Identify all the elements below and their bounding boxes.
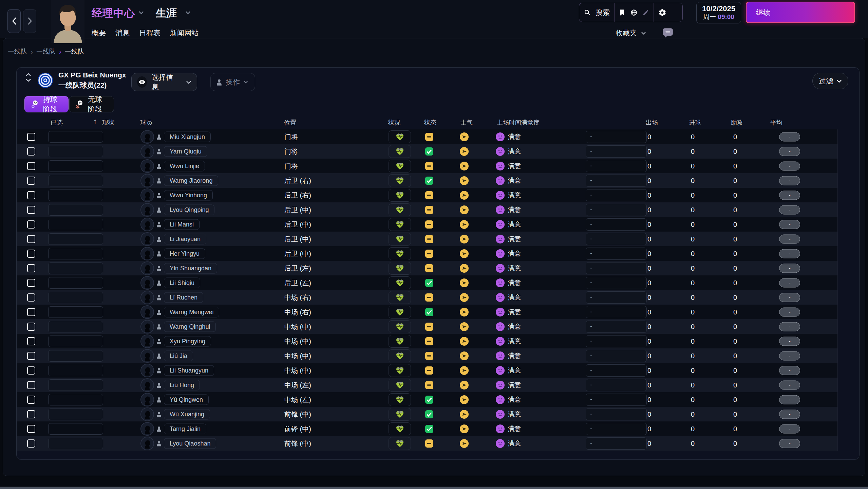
minutes-box[interactable]: - [586, 262, 647, 274]
table-row[interactable]: Warng Jiaorong 后卫 (右) 满意 [17, 173, 837, 188]
minutes-box[interactable]: - [586, 394, 647, 406]
sort-ascending-icon[interactable]: ↑ [93, 117, 97, 125]
column-header-condition[interactable]: 状况 [388, 119, 400, 127]
actions-dropdown[interactable]: 操作 [210, 73, 255, 91]
row-checkbox[interactable] [27, 206, 35, 214]
minutes-box[interactable]: - [586, 423, 647, 435]
table-row[interactable]: Wwu Yinhong 后卫 (右) 满意 - [17, 188, 837, 202]
minutes-box[interactable]: - [586, 204, 647, 216]
minutes-box[interactable]: - [586, 379, 647, 391]
player-name-chip[interactable]: Lyou Qingping [164, 204, 214, 215]
table-row[interactable]: Warng Qinghui 中场 (中) 满意 [17, 319, 837, 334]
bookmark-icon[interactable] [619, 9, 625, 16]
subnav-item[interactable]: 消息 [115, 28, 130, 38]
player-name-chip[interactable]: Warng Mengwei [164, 307, 219, 317]
player-name-chip[interactable]: Warng Qinghui [164, 321, 216, 332]
column-header-morale[interactable]: 士气 [460, 119, 473, 127]
column-header-state[interactable]: 状态 [424, 119, 436, 127]
minutes-box[interactable]: - [586, 291, 647, 304]
table-row[interactable]: Lǐ Jiaoyuan 后卫 (中) 满意 - [17, 232, 837, 246]
minutes-box[interactable]: - [586, 277, 647, 289]
minutes-box[interactable]: - [586, 306, 647, 318]
column-header-player[interactable]: 球员 [140, 119, 152, 127]
back-button[interactable] [7, 9, 21, 33]
player-name-chip[interactable]: Lii Shuangyun [164, 365, 214, 376]
table-row[interactable]: Yarn Qiuqiu 门将 满意 - [17, 144, 837, 159]
minutes-box[interactable]: - [586, 248, 647, 260]
menu-career[interactable]: 生涯 [156, 6, 177, 20]
minutes-box[interactable]: - [586, 145, 647, 158]
player-name-chip[interactable]: Lí Ruchen [164, 292, 203, 303]
column-header-satisfaction[interactable]: 上场时间满意度 [497, 119, 540, 127]
table-row[interactable]: Warng Mengwei 中场 (右) 满意 [17, 305, 837, 319]
table-row[interactable]: Lii Shiqiu 后卫 (左) 满意 - [17, 275, 837, 290]
horizontal-scrollbar[interactable] [0, 487, 868, 489]
subnav-item[interactable]: 日程表 [139, 28, 161, 38]
row-checkbox[interactable] [27, 147, 35, 156]
row-checkbox[interactable] [27, 337, 35, 345]
column-header-position[interactable]: 位置 [284, 119, 296, 127]
row-checkbox[interactable] [27, 425, 35, 433]
table-row[interactable]: Lii Shuangyun 中场 (中) 满意 [17, 363, 837, 378]
minutes-box[interactable]: - [586, 350, 647, 362]
table-row[interactable]: Lyou Qingping 后卫 (中) 满意 [17, 202, 837, 217]
player-name-chip[interactable]: Miu Xiangjun [164, 131, 211, 142]
column-header-average[interactable]: 平均 [770, 119, 782, 127]
row-checkbox[interactable] [27, 177, 35, 185]
menu-manager-hub[interactable]: 经理中心 [92, 6, 135, 20]
player-name-chip[interactable]: Warng Jiaorong [164, 175, 218, 186]
minutes-box[interactable]: - [586, 131, 647, 143]
row-checkbox[interactable] [27, 191, 35, 199]
subnav-item[interactable]: 概要 [92, 28, 106, 38]
subnav-item[interactable]: 新闻网站 [170, 28, 199, 38]
row-checkbox[interactable] [27, 439, 35, 448]
minutes-box[interactable]: - [586, 321, 647, 333]
player-name-chip[interactable]: Liú Hong [164, 380, 200, 390]
chat-bubble-icon[interactable] [662, 28, 673, 38]
player-name-chip[interactable]: Wwu Linjie [164, 161, 205, 171]
table-row[interactable]: Miu Xiangjun 门将 满意 - [17, 129, 837, 144]
search-button[interactable]: 搜索 [579, 3, 614, 22]
minutes-box[interactable]: - [586, 175, 647, 187]
player-name-chip[interactable]: Liú Jia [164, 350, 193, 361]
row-checkbox[interactable] [27, 410, 35, 418]
column-header-selected[interactable]: 已选 [51, 119, 63, 127]
game-date[interactable]: 10/2/2025 周一 09:00 [696, 2, 741, 23]
player-name-chip[interactable]: Yú Qingwen [164, 394, 209, 405]
table-row[interactable]: Lii Mansi 后卫 (中) 满意 - [17, 217, 837, 232]
player-name-chip[interactable]: Wú Xuanjing [164, 409, 210, 419]
minutes-box[interactable]: - [586, 233, 647, 245]
breadcrumb-item[interactable]: 一线队 [65, 47, 84, 56]
minutes-box[interactable]: - [586, 218, 647, 231]
minutes-box[interactable]: - [586, 437, 647, 450]
table-row[interactable]: Wwu Linjie 门将 满意 - [17, 159, 837, 173]
column-header-apps[interactable]: 出场 [646, 119, 658, 127]
player-name-chip[interactable]: Yǐn Shuangdan [164, 263, 217, 273]
table-row[interactable]: Yú Qingwen 中场 (左) 满意 - [17, 392, 837, 407]
player-name-chip[interactable]: Tarng Jialin [164, 423, 206, 434]
row-checkbox[interactable] [27, 308, 35, 316]
phase-tab-out-of-possession[interactable]: 无球阶段 [69, 96, 114, 112]
table-row[interactable]: Liú Jia 中场 (中) 满意 - [17, 348, 837, 363]
player-name-chip[interactable]: Lii Mansi [164, 219, 200, 230]
table-row[interactable]: Yǐn Shuangdan 后卫 (左) 满意 [17, 261, 837, 275]
row-checkbox[interactable] [27, 133, 35, 141]
column-header-goals[interactable]: 进球 [689, 119, 701, 127]
minutes-box[interactable]: - [586, 408, 647, 420]
continue-button[interactable]: 继续 [746, 2, 855, 23]
row-checkbox[interactable] [27, 162, 35, 170]
player-name-chip[interactable]: Xyu Pingying [164, 336, 211, 346]
row-checkbox[interactable] [27, 250, 35, 258]
table-row[interactable]: Xyu Pingying 中场 (中) 满意 [17, 334, 837, 348]
row-checkbox[interactable] [27, 293, 35, 302]
table-row[interactable]: Liú Hong 中场 (左) 满意 - [17, 378, 837, 392]
minutes-box[interactable]: - [586, 335, 647, 347]
minutes-box[interactable]: - [586, 364, 647, 377]
row-checkbox[interactable] [27, 220, 35, 229]
globe-icon[interactable] [630, 9, 638, 16]
table-row[interactable]: Wú Xuanjing 前锋 (中) 满意 - [17, 407, 837, 421]
breadcrumb-item[interactable]: 一线队 [36, 47, 56, 56]
player-name-chip[interactable]: Yarn Qiuqiu [164, 146, 207, 157]
table-row[interactable]: Her Yingyu 后卫 (中) 满意 - [17, 246, 837, 261]
phase-tab-in-possession[interactable]: 持球阶段 [24, 96, 69, 112]
